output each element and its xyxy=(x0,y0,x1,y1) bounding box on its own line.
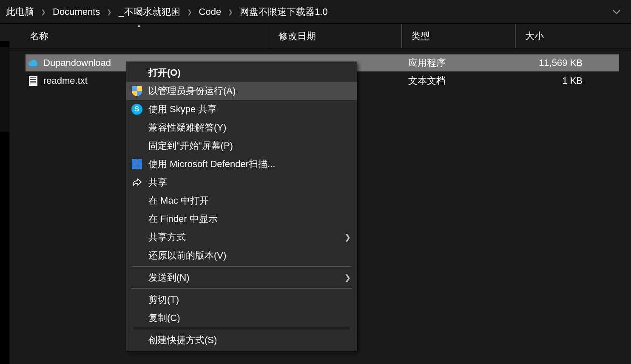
breadcrumb-item-documents[interactable]: Documents xyxy=(50,6,102,17)
file-name: readme.txt xyxy=(43,75,88,86)
menu-share[interactable]: 共享 xyxy=(126,173,357,191)
menu-open[interactable]: 打开(O) xyxy=(126,63,357,82)
column-date-label: 修改日期 xyxy=(279,30,316,43)
menu-label: 还原以前的版本(V) xyxy=(148,249,351,262)
menu-label: 以管理员身份运行(A) xyxy=(148,85,351,97)
menu-separator xyxy=(131,288,352,289)
blank-icon xyxy=(131,312,143,324)
menu-label: 在 Mac 中打开 xyxy=(148,194,351,207)
defender-icon xyxy=(131,158,143,171)
column-date[interactable]: 修改日期 xyxy=(269,24,401,48)
menu-separator xyxy=(131,266,352,267)
menu-defender-scan[interactable]: 使用 Microsoft Defender扫描... xyxy=(126,155,357,173)
menu-label: 复制(C) xyxy=(148,312,351,324)
file-type: 应用程序 xyxy=(402,57,516,69)
blank-icon xyxy=(131,293,143,306)
menu-copy[interactable]: 复制(C) xyxy=(126,309,357,327)
menu-send-to[interactable]: 发送到(N) ❯ xyxy=(126,268,357,287)
chevron-right-icon: ❯ xyxy=(37,9,50,15)
column-name-label: 名称 xyxy=(30,30,48,43)
context-menu: 打开(O) 以管理员身份运行(A) S 使用 Skype 共享 兼容性疑难解答(… xyxy=(126,61,357,351)
cloud-app-icon xyxy=(28,58,38,68)
file-name: Dupandownload xyxy=(43,57,111,68)
blank-icon xyxy=(131,213,143,225)
column-size[interactable]: 大小 xyxy=(515,24,588,48)
menu-compat-troubleshoot[interactable]: 兼容性疑难解答(Y) xyxy=(126,118,357,136)
menu-label: 使用 Skype 共享 xyxy=(148,103,351,116)
uac-shield-icon xyxy=(131,85,143,97)
menu-label: 固定到"开始"屏幕(P) xyxy=(148,139,351,152)
menu-separator xyxy=(131,329,352,329)
chevron-right-icon: ❯ xyxy=(183,9,196,15)
menu-restore-previous[interactable]: 还原以前的版本(V) xyxy=(126,246,357,264)
menu-label: 兼容性疑难解答(Y) xyxy=(148,121,351,134)
column-headers: ▲ 名称 修改日期 类型 大小 xyxy=(9,24,631,48)
chevron-right-icon: ❯ xyxy=(102,9,116,15)
blank-icon xyxy=(131,231,143,244)
menu-label: 剪切(T) xyxy=(148,293,351,306)
blank-icon xyxy=(131,249,143,262)
breadcrumb-item-current[interactable]: 网盘不限速下载器1.0 xyxy=(237,6,330,18)
menu-run-as-admin[interactable]: 以管理员身份运行(A) xyxy=(126,82,357,100)
menu-cut[interactable]: 剪切(T) xyxy=(126,290,357,309)
file-size: 1 KB xyxy=(516,75,589,86)
chevron-right-icon: ❯ xyxy=(344,273,351,282)
menu-skype-share[interactable]: S 使用 Skype 共享 xyxy=(126,100,357,118)
menu-label: 共享方式 xyxy=(148,231,344,244)
blank-icon xyxy=(131,334,143,347)
blank-icon xyxy=(131,194,143,207)
menu-label: 使用 Microsoft Defender扫描... xyxy=(148,158,351,171)
column-type[interactable]: 类型 xyxy=(401,24,515,48)
breadcrumb-item-folder1[interactable]: _不喝水就犯困 xyxy=(116,6,182,18)
column-name[interactable]: ▲ 名称 xyxy=(9,24,269,48)
chevron-right-icon: ❯ xyxy=(224,9,237,15)
blank-icon xyxy=(131,121,143,134)
menu-share-with[interactable]: 共享方式 ❯ xyxy=(126,228,357,246)
file-size: 11,569 KB xyxy=(516,57,589,68)
menu-label: 创建快捷方式(S) xyxy=(148,334,351,347)
expand-breadcrumb-button[interactable] xyxy=(605,7,628,17)
breadcrumb: 此电脑 ❯ Documents ❯ _不喝水就犯困 ❯ Code ❯ 网盘不限速… xyxy=(0,0,631,24)
blank-icon xyxy=(131,271,143,284)
left-gutter xyxy=(0,24,9,364)
menu-label: 打开(O) xyxy=(148,66,351,79)
text-file-icon xyxy=(28,76,38,86)
menu-show-in-finder[interactable]: 在 Finder 中显示 xyxy=(126,210,357,228)
sort-ascending-icon: ▲ xyxy=(136,23,142,28)
breadcrumb-item-code[interactable]: Code xyxy=(196,6,224,17)
breadcrumb-item-thispc[interactable]: 此电脑 xyxy=(3,6,37,18)
menu-create-shortcut[interactable]: 创建快捷方式(S) xyxy=(126,331,357,349)
menu-label: 发送到(N) xyxy=(148,271,344,284)
menu-open-in-mac[interactable]: 在 Mac 中打开 xyxy=(126,191,357,210)
menu-label: 共享 xyxy=(148,176,351,189)
share-icon xyxy=(131,176,143,189)
skype-icon: S xyxy=(131,103,143,116)
blank-icon xyxy=(131,66,143,79)
chevron-right-icon: ❯ xyxy=(344,233,351,242)
menu-label: 在 Finder 中显示 xyxy=(148,213,351,225)
column-type-label: 类型 xyxy=(411,30,430,43)
menu-pin-to-start[interactable]: 固定到"开始"屏幕(P) xyxy=(126,136,357,155)
column-size-label: 大小 xyxy=(525,30,544,43)
file-type: 文本文档 xyxy=(402,74,516,87)
blank-icon xyxy=(131,139,143,152)
